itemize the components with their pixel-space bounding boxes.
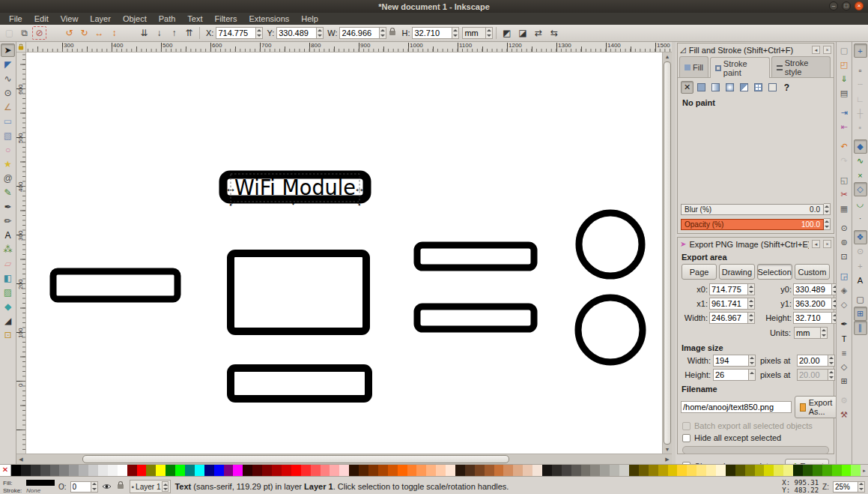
snap-toggle[interactable] xyxy=(854,225,867,230)
palette-swatch[interactable] xyxy=(726,465,735,476)
height-spinner[interactable] xyxy=(452,27,459,39)
flat-color-button[interactable] xyxy=(695,81,708,94)
selection-handle[interactable]: ↔ xyxy=(354,181,365,194)
snap-object-centers-toggle[interactable]: ⊙ xyxy=(854,244,867,259)
palette-swatch[interactable] xyxy=(774,465,783,476)
palette-swatch[interactable] xyxy=(813,465,822,476)
snap-path-intersections-toggle[interactable]: × xyxy=(854,168,867,182)
palette-swatch[interactable] xyxy=(455,465,465,476)
pen-tool[interactable]: ✒ xyxy=(1,200,15,214)
zoom-tool[interactable]: ⊙ xyxy=(1,86,15,100)
menu-item[interactable]: Text xyxy=(181,13,208,25)
palette-no-color[interactable] xyxy=(0,465,11,476)
coord-spinner[interactable] xyxy=(748,312,755,324)
palette-swatch[interactable] xyxy=(166,465,175,476)
height-input[interactable] xyxy=(412,27,452,39)
coord-input[interactable] xyxy=(709,312,748,324)
palette-swatch[interactable] xyxy=(156,465,166,476)
palette-swatch[interactable] xyxy=(185,465,195,476)
palette-swatch[interactable] xyxy=(745,465,755,476)
scroll-down-arrow[interactable]: ▼ xyxy=(663,445,672,454)
palette-swatch[interactable] xyxy=(407,465,417,476)
dpi-spinner[interactable] xyxy=(828,355,835,367)
palette-swatch[interactable] xyxy=(291,465,301,476)
palette-swatch[interactable] xyxy=(600,465,610,476)
menu-item[interactable]: Path xyxy=(153,13,182,25)
command-button[interactable] xyxy=(837,388,851,394)
print-button[interactable]: ▤ xyxy=(837,86,851,100)
menu-item[interactable]: Help xyxy=(295,13,324,25)
fill-stroke-indicator[interactable]: Fill: Stroke:None xyxy=(3,480,55,494)
palette-swatch[interactable] xyxy=(214,465,224,476)
canvas[interactable]: WiFi Module↔↔↔↔↔↔↔↔ xyxy=(26,52,662,454)
command-button[interactable] xyxy=(837,134,851,139)
image-width-input[interactable] xyxy=(713,355,749,367)
vertical-scroll-thumb[interactable] xyxy=(664,61,671,445)
snap-bbox-toggle[interactable]: ▫ xyxy=(854,63,867,77)
snap-guides-toggle[interactable]: ∥ xyxy=(854,321,867,335)
copy-button[interactable]: ◱ xyxy=(837,173,851,187)
align-dialog-button[interactable]: ⊞ xyxy=(837,374,851,388)
deselect-button[interactable]: ⊘ xyxy=(32,26,46,40)
palette-swatch[interactable] xyxy=(571,465,581,476)
palette-swatch[interactable] xyxy=(706,465,716,476)
palette-swatch[interactable] xyxy=(224,465,234,476)
panel-close-button[interactable]: × xyxy=(823,46,831,54)
palette-swatch[interactable] xyxy=(31,465,40,476)
text-tool[interactable]: A xyxy=(1,229,15,242)
command-button[interactable] xyxy=(837,264,851,269)
palette-swatch[interactable] xyxy=(475,465,485,476)
blur-spinner[interactable] xyxy=(824,203,831,215)
palette-swatch[interactable] xyxy=(842,465,852,476)
palette-swatch[interactable] xyxy=(349,465,359,476)
raise-to-top-button[interactable]: ⇈ xyxy=(182,26,196,40)
zoom-input[interactable] xyxy=(833,481,858,493)
export-units-select[interactable] xyxy=(794,327,821,339)
linear-gradient-button[interactable] xyxy=(709,81,722,94)
palette-swatch[interactable] xyxy=(137,465,147,476)
horizontal-scroll-thumb[interactable] xyxy=(82,455,510,463)
palette-swatch[interactable] xyxy=(668,465,678,476)
import-button[interactable]: ⇥ xyxy=(837,106,851,120)
selection-handle[interactable]: ↔ xyxy=(289,196,302,208)
command-button[interactable] xyxy=(837,168,851,173)
palette-swatch[interactable] xyxy=(755,465,765,476)
export-units-spinner[interactable] xyxy=(821,327,828,339)
object-opacity-spinner[interactable] xyxy=(91,481,98,493)
palette-swatch[interactable] xyxy=(195,465,204,476)
object-opacity-input[interactable] xyxy=(70,481,91,493)
selector-tool[interactable]: ➤ xyxy=(1,43,15,57)
export-as-button[interactable]: Export As... xyxy=(795,396,840,418)
snap-paths-toggle[interactable]: ∿ xyxy=(854,154,867,168)
export-area-button[interactable]: Drawing xyxy=(719,264,754,280)
preferences-button[interactable]: ⚒ xyxy=(837,408,851,422)
vertical-scrollbar[interactable]: ▲ ▼ xyxy=(662,52,672,454)
palette-swatch[interactable] xyxy=(388,465,398,476)
menu-item[interactable]: Object xyxy=(117,13,153,25)
transform-pattern-toggle[interactable]: ⇆ xyxy=(547,26,561,40)
snap-bbox-edge-midpoints-toggle[interactable]: ┼ xyxy=(854,106,867,120)
horizontal-scrollbar[interactable]: ◀ ▶ xyxy=(16,454,672,464)
palette-swatch[interactable] xyxy=(175,465,185,476)
units-select[interactable] xyxy=(462,27,486,39)
palette-swatch[interactable] xyxy=(436,465,446,476)
open-document-button[interactable]: ◰ xyxy=(837,58,851,72)
menu-item[interactable]: Layer xyxy=(84,13,117,25)
palette-swatch[interactable] xyxy=(398,465,407,476)
palette-swatch[interactable] xyxy=(339,465,349,476)
palette-swatch[interactable] xyxy=(321,465,330,476)
palette-swatch[interactable] xyxy=(552,465,562,476)
horizontal-ruler[interactable]: 3004005006007008009001000110012001300140… xyxy=(26,42,672,52)
unknown-paint-button[interactable] xyxy=(766,81,779,94)
flip-horizontal-button[interactable]: ↔ xyxy=(92,26,106,40)
palette-swatch[interactable] xyxy=(50,465,60,476)
command-button[interactable] xyxy=(837,216,851,221)
width-spinner[interactable] xyxy=(380,27,386,39)
document-properties-button[interactable]: ⚙ xyxy=(837,394,851,408)
x-spinner[interactable] xyxy=(256,27,263,39)
bottom-rectangle[interactable] xyxy=(231,368,368,399)
layer-selector[interactable]: ▪ Layer 1 xyxy=(130,480,172,493)
fill-stroke-dialog-button[interactable]: ✒ xyxy=(837,317,851,331)
rotate-ccw-button[interactable]: ↺ xyxy=(62,26,76,40)
palette-swatch[interactable] xyxy=(677,465,687,476)
